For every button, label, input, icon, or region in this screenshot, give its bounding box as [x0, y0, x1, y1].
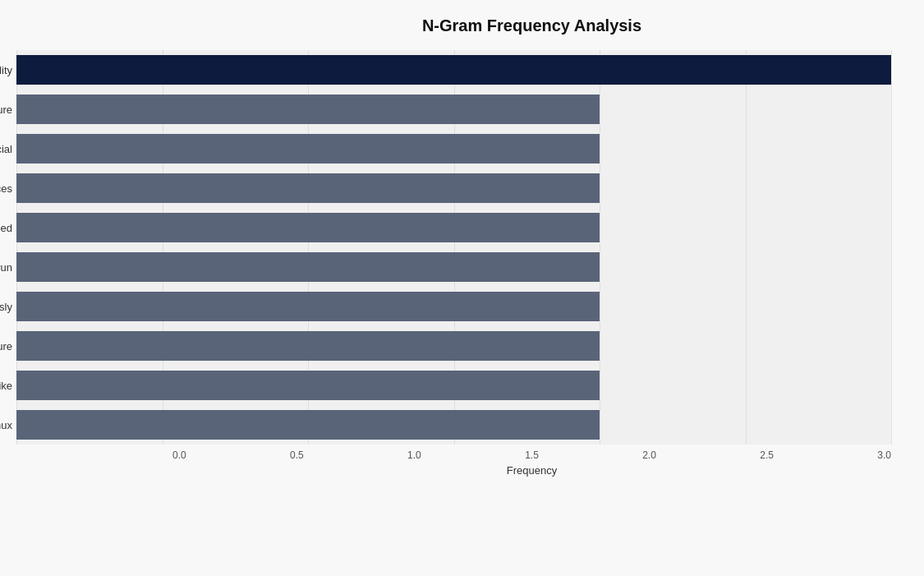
bar-label: feature like selinux — [0, 419, 12, 431]
x-axis: 0.00.51.01.52.02.53.0 — [16, 449, 891, 461]
bar-track — [16, 168, 891, 208]
bar — [16, 331, 600, 361]
bar-row: advance feature like — [16, 366, 891, 405]
bar-track — [16, 326, 891, 366]
x-tick: 0.0 — [172, 449, 186, 461]
chart-title: N-Gram Frequency Analysis — [16, 16, 891, 35]
bar — [16, 213, 600, 242]
x-axis-label: Frequency — [16, 464, 891, 477]
bar-row: need run continuously — [16, 287, 891, 326]
bar-label: advance feature like — [0, 380, 12, 392]
x-tick: 2.0 — [642, 449, 656, 461]
bar-row: stability crucial devices — [16, 168, 891, 208]
bar-track — [16, 50, 891, 90]
bar — [16, 55, 891, 85]
bar-label: crucial devices need — [0, 222, 12, 234]
bars-wrapper: linux know stabilityopen source naturekn… — [16, 50, 891, 445]
bar-track — [16, 247, 891, 287]
bar-label: know stability crucial — [0, 143, 12, 155]
grid-line — [891, 50, 892, 445]
bar — [16, 173, 600, 203]
bar-row: devices need run — [16, 247, 891, 287]
bar-track — [16, 366, 891, 405]
bar-row: know stability crucial — [16, 129, 891, 168]
bar-row: linux know stability — [16, 50, 891, 90]
bar-row: open source nature — [16, 90, 891, 129]
chart-main: linux know stabilityopen source naturekn… — [16, 50, 891, 477]
bar — [16, 134, 600, 164]
bar-row: feature like selinux — [16, 405, 891, 445]
bar — [16, 410, 600, 440]
bar-label: run continuously failure — [0, 340, 12, 353]
bar — [16, 252, 600, 282]
chart-container: N-Gram Frequency Analysis linux know sta… — [0, 0, 924, 576]
bar-label: stability crucial devices — [0, 182, 12, 195]
x-tick: 0.5 — [290, 449, 304, 461]
bar-track — [16, 405, 891, 445]
bar-row: run continuously failure — [16, 326, 891, 366]
bar-track — [16, 287, 891, 326]
bar-track — [16, 208, 891, 247]
x-tick: 3.0 — [877, 449, 891, 461]
x-tick: 1.0 — [407, 449, 421, 461]
bar — [16, 371, 600, 400]
bar-track — [16, 129, 891, 168]
bar-track — [16, 90, 891, 129]
x-tick: 2.5 — [760, 449, 774, 461]
bar — [16, 94, 600, 124]
bar-label: need run continuously — [0, 301, 12, 313]
x-tick: 1.5 — [525, 449, 539, 461]
bar — [16, 292, 600, 321]
bar-row: crucial devices need — [16, 208, 891, 247]
bar-label: linux know stability — [0, 64, 12, 76]
bar-label: devices need run — [0, 261, 12, 274]
bar-label: open source nature — [0, 104, 12, 116]
